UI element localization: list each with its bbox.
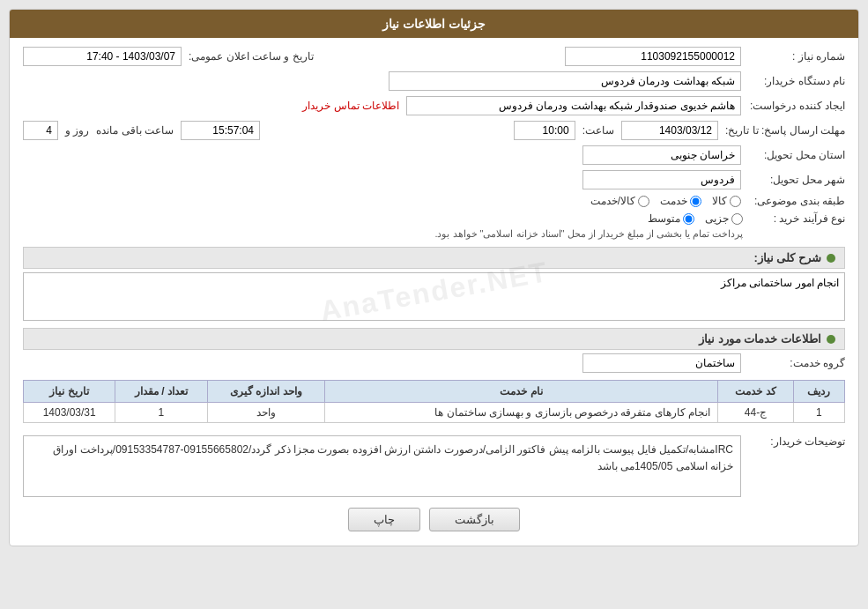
buyer-desc-label: توضیحات خریدار: [748,432,845,448]
province-input [582,145,741,165]
print-button[interactable]: چاپ [348,508,420,531]
col-date: تاریخ نیاز [24,381,115,403]
deadline-days-label: روز و [65,124,89,137]
cell-date: 1403/03/31 [24,403,115,423]
need-desc-section: شرح کلی نیاز: [23,247,845,269]
cell-qty: 1 [115,403,207,423]
deadline-label: مهلت ارسال پاسخ: تا تاریخ: [725,124,845,137]
datetime-input [23,47,182,66]
category-kala-label: کالا [712,195,727,207]
col-qty: تعداد / مقدار [115,381,207,403]
need-number-label: شماره نیاز : [748,50,845,63]
city-label: شهر محل تحویل: [748,174,845,186]
back-button[interactable]: بازگشت [429,508,520,531]
col-unit: واحد اندازه گیری [207,381,325,403]
deadline-date-input [621,121,718,140]
need-desc-label: شرح کلی نیاز: [753,251,821,264]
services-section-title: اطلاعات خدمات مورد نیاز [23,328,845,350]
service-group-label: گروه خدمت: [748,357,845,369]
col-code: کد خدمت [718,381,794,403]
cell-code: ج-44 [718,403,794,423]
col-name: نام خدمت [325,381,718,403]
category-kala-radio[interactable] [730,196,741,207]
requester-contact-link[interactable]: اطلاعات تماس خریدار [302,100,399,112]
purchase-note: پرداخت تمام یا بخشی از مبلغ خریدار از مح… [434,228,743,240]
table-row: 1 ج-44 انجام کارهای متفرقه درخصوص بازساز… [24,403,845,423]
category-kala-khadamat-radio[interactable] [638,196,649,207]
category-khadamat-option[interactable]: خدمت [660,195,701,207]
requester-label: ایجاد کننده درخواست: [748,100,845,112]
category-radio-group: کالا خدمت کالا/خدمت [590,195,741,207]
service-group-input [582,353,741,373]
cell-row: 1 [793,403,844,423]
buyer-desc-box: IRCمشابه/تکمیل فایل پیوست بالزامه پیش فا… [23,435,741,497]
deadline-time-label: ساعت: [582,124,614,137]
purchase-type-label: نوع فرآیند خرید : [748,212,845,225]
category-khadamat-radio[interactable] [690,196,701,207]
purchase-jozi-radio[interactable] [731,213,743,225]
purchase-jozi-label: جزیی [705,212,729,225]
page-title: جزئیات اطلاعات نیاز [10,10,858,38]
datetime-label: تاریخ و ساعت اعلان عمومی: [189,50,314,63]
services-label: اطلاعات خدمات مورد نیاز [699,332,821,345]
purchase-motavasset-label: متوسط [648,212,680,225]
buyer-org-input [389,71,741,91]
green-dot-icon [827,254,835,263]
purchase-jozi-option[interactable]: جزیی [705,212,743,225]
need-number-input [565,47,741,66]
category-kala-khadamat-option[interactable]: کالا/خدمت [590,195,649,207]
category-kala-khadamat-label: کالا/خدمت [590,195,635,207]
cell-name: انجام کارهای متفرقه درخصوص بازسازی و بهس… [325,403,718,423]
deadline-time-input [514,121,575,140]
category-label: طبقه بندی موضوعی: [748,195,845,207]
category-kala-option[interactable]: کالا [712,195,741,207]
category-khadamat-label: خدمت [660,195,687,207]
purchase-motavasset-radio[interactable] [683,213,694,225]
col-row: ردیف [793,381,844,403]
city-input [582,170,741,189]
deadline-remain-label: ساعت باقی مانده [96,124,174,137]
requester-input [406,96,741,115]
deadline-days-input [23,121,58,140]
purchase-motavasset-option[interactable]: متوسط [648,212,694,225]
deadline-remain-input [181,121,260,140]
buyer-org-label: نام دستگاه خریدار: [748,75,845,87]
province-label: استان محل تحویل: [748,149,845,161]
cell-unit: واحد [207,403,325,423]
green-dot-icon2 [827,335,835,344]
needs-table: ردیف کد خدمت نام خدمت واحد اندازه گیری ت… [23,380,845,423]
need-desc-textarea[interactable]: انجام امور ساختمانی مراکز [23,272,845,321]
